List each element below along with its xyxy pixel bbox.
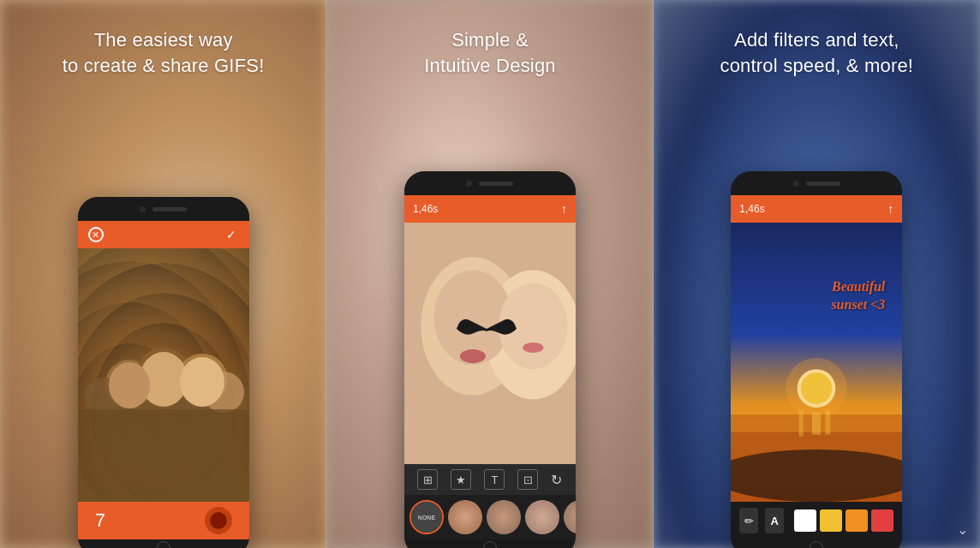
frame-counter: 7	[95, 509, 105, 532]
share-icon[interactable]: ↑	[561, 202, 567, 216]
chevron-down-icon[interactable]: ⌄	[957, 521, 968, 538]
swatch-white[interactable]	[794, 509, 816, 532]
svg-rect-24	[799, 410, 804, 437]
phone-1: ✕ ✓	[78, 197, 249, 548]
svg-point-20	[786, 358, 847, 419]
phone-2-bottom-bar	[404, 539, 576, 548]
phone-3: 1,46s ↑	[731, 171, 902, 548]
filter-2[interactable]	[487, 500, 521, 534]
home-button[interactable]	[157, 541, 170, 548]
phone-3-speaker	[806, 182, 840, 186]
home-button-2[interactable]	[483, 541, 497, 548]
swatch-red[interactable]	[871, 509, 893, 532]
phone-2-photo	[404, 223, 576, 464]
text-button[interactable]: A	[765, 508, 784, 533]
check-button[interactable]: ✓	[224, 227, 239, 242]
swatch-orange[interactable]	[846, 509, 868, 532]
timer-label-3: 1,46s	[739, 203, 764, 215]
svg-rect-25	[812, 413, 821, 434]
close-button[interactable]: ✕	[88, 227, 104, 242]
phone-2: 1,46s ↑	[404, 171, 576, 548]
phone-1-top-bar	[78, 197, 249, 221]
filter-none[interactable]: NONE	[409, 500, 444, 534]
phone-2-topbar: 1,46s ↑	[404, 195, 576, 223]
phone-camera-icon	[140, 206, 146, 212]
svg-point-9	[180, 357, 224, 407]
panel-3: Add filters and text,control speed, & mo…	[654, 0, 980, 548]
phone-1-photo-area	[78, 248, 249, 502]
phone-3-screen: 1,46s ↑	[731, 195, 902, 539]
panel-2: Simple &Intuitive Design 1,46s ↑	[326, 0, 653, 548]
svg-rect-6	[78, 409, 249, 502]
crop-icon[interactable]: ⊡	[517, 469, 538, 490]
share-icon-3[interactable]: ↑	[887, 202, 893, 216]
record-inner-icon	[210, 512, 227, 529]
rotate-icon[interactable]: ↻	[551, 472, 562, 488]
phone-3-photo: Beautifulsunset <3	[731, 223, 902, 502]
svg-point-8	[109, 362, 150, 408]
phone-3-camera-icon	[793, 181, 799, 187]
timer-label: 1,46s	[413, 203, 438, 215]
panel-divider-2	[653, 0, 654, 548]
phone-1-record-bar: ✕ ✓	[78, 221, 249, 248]
filter-strip: NONE	[404, 495, 576, 539]
phone-3-bottom-bar	[731, 539, 902, 548]
svg-rect-26	[826, 410, 831, 435]
drawing-toolbar: ✏ A	[731, 502, 902, 539]
phone-2-camera-icon	[466, 181, 472, 187]
phone-1-bottom-bar: 7	[78, 502, 249, 539]
panel-2-title: Simple &Intuitive Design	[424, 27, 556, 78]
home-button-3[interactable]	[810, 541, 823, 548]
pencil-button[interactable]: ✏	[739, 508, 758, 533]
filter-1[interactable]	[448, 500, 482, 534]
phone-1-bottom-bar	[78, 539, 249, 548]
filter-3[interactable]	[525, 500, 559, 534]
panel-divider-1	[326, 0, 326, 548]
svg-point-23	[731, 450, 902, 502]
filter-toolbar: ⊞ ★ T ⊡ ↻	[404, 464, 576, 495]
grid-icon[interactable]: ⊞	[417, 469, 438, 490]
svg-point-15	[460, 349, 486, 363]
record-button[interactable]	[205, 507, 232, 534]
panel-1-title: The easiest wayto create & share GIFS!	[63, 27, 265, 78]
sticker-icon[interactable]: ★	[451, 469, 471, 490]
filter-4[interactable]	[564, 500, 576, 534]
panel-3-title: Add filters and text,control speed, & mo…	[720, 27, 913, 78]
phone-speaker	[152, 207, 187, 211]
phone-2-top-bar	[404, 171, 576, 195]
phone-3-top-bar	[731, 171, 902, 195]
swatch-yellow[interactable]	[820, 509, 842, 532]
text-icon[interactable]: T	[484, 469, 505, 490]
phone-1-screen: ✕ ✓	[78, 221, 249, 539]
phone-2-screen: 1,46s ↑	[404, 195, 576, 539]
phone-2-speaker	[479, 182, 513, 186]
panel-1: The easiest wayto create & share GIFS! ✕…	[0, 0, 326, 548]
phone-3-topbar: 1,46s ↑	[731, 195, 902, 223]
svg-point-16	[523, 342, 543, 353]
overlay-text: Beautifulsunset <3	[831, 278, 885, 314]
color-swatches	[794, 509, 893, 532]
